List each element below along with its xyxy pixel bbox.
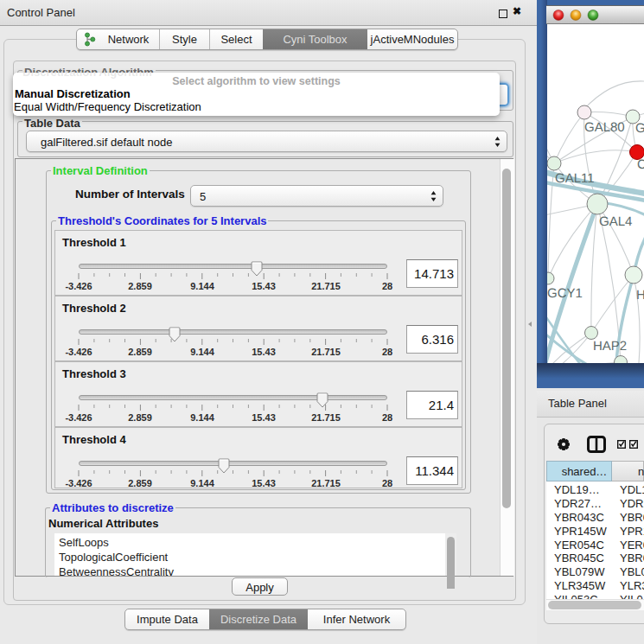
- svg-text:GA: GA: [635, 121, 644, 136]
- svg-text:H: H: [636, 288, 644, 303]
- svg-text:GAL4: GAL4: [599, 214, 632, 229]
- svg-text:HAP2: HAP2: [593, 339, 627, 354]
- svg-text:GAL11: GAL11: [555, 171, 595, 186]
- svg-text:C: C: [637, 157, 644, 172]
- svg-text:GCY1: GCY1: [547, 286, 583, 301]
- svg-text:GAL80: GAL80: [584, 120, 625, 135]
